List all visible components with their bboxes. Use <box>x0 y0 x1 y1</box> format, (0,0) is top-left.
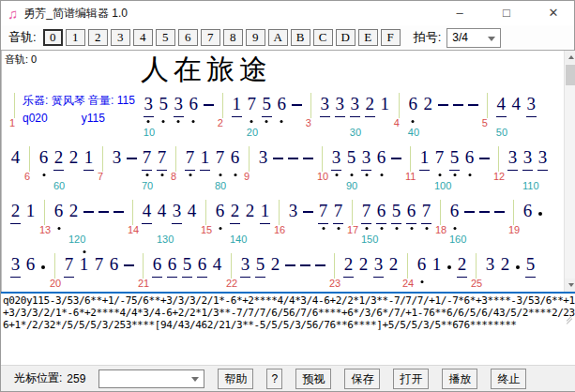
note[interactable]: 260 <box>53 144 65 195</box>
dash-note[interactable] <box>452 91 464 142</box>
barline[interactable]: 1 <box>9 91 20 142</box>
stop-button[interactable]: 终止 <box>491 369 526 389</box>
dash-note[interactable] <box>463 198 476 249</box>
encoding-textarea[interactable]: q020y115-3/53/6**+1/-75/6**+3/3/3/2/1*-6… <box>1 292 575 367</box>
dash-note[interactable] <box>478 198 491 249</box>
note[interactable]: 6 <box>229 144 241 195</box>
barline[interactable]: 20 <box>50 251 60 292</box>
note[interactable]: 4 <box>510 91 522 142</box>
note[interactable]: 7 <box>93 251 105 292</box>
barline[interactable]: 19 <box>508 198 519 249</box>
dash-note[interactable] <box>314 251 326 292</box>
track-button-0[interactable]: 0 <box>43 29 63 46</box>
note[interactable]: 3 <box>525 91 537 142</box>
note[interactable]: 1 <box>199 144 211 195</box>
note[interactable]: 4130 <box>156 198 168 249</box>
note[interactable]: 7 <box>317 198 329 249</box>
dash-note[interactable] <box>98 198 110 249</box>
dash-note[interactable] <box>272 144 284 195</box>
note[interactable]: 330 <box>349 91 361 142</box>
note[interactable]: 6 <box>214 198 226 249</box>
dash-note[interactable] <box>203 91 215 142</box>
note[interactable]: 5 <box>261 91 273 142</box>
note[interactable]: 2 <box>456 251 468 292</box>
scrollbar-thumb[interactable] <box>566 65 575 85</box>
track-button-A[interactable]: A <box>268 29 288 46</box>
note[interactable]: 2 <box>364 91 376 142</box>
scroll-down-icon[interactable] <box>565 279 575 292</box>
barline[interactable]: 25 <box>471 251 481 292</box>
note[interactable]: 5 <box>524 251 537 292</box>
barline[interactable]: 18 <box>435 198 446 249</box>
note[interactable]: 1 <box>231 91 243 142</box>
track-button-8[interactable]: 8 <box>223 29 243 46</box>
barline[interactable]: 2 <box>218 91 228 142</box>
note[interactable]: 2 <box>342 251 355 292</box>
barline[interactable]: 10 <box>317 144 327 195</box>
note[interactable]: 2 <box>68 144 80 195</box>
note[interactable]: 4 <box>211 251 223 292</box>
barline[interactable]: 12 <box>493 144 504 195</box>
note[interactable]: 7 <box>420 198 432 249</box>
help-button[interactable]: 帮助 <box>218 369 253 389</box>
track-button-6[interactable]: 6 <box>178 29 198 46</box>
note[interactable]: 5 <box>158 91 170 142</box>
note[interactable]: 2 <box>422 91 434 142</box>
note[interactable]: 7 <box>184 144 196 195</box>
dash-note[interactable] <box>123 251 135 292</box>
augmentation-dot[interactable] <box>514 251 522 292</box>
track-button-C[interactable]: C <box>313 29 333 46</box>
track-button-4[interactable]: 4 <box>133 29 153 46</box>
note[interactable]: 7100 <box>433 144 446 195</box>
note[interactable]: 3110 <box>522 144 534 195</box>
note[interactable]: 3 <box>257 144 269 195</box>
note[interactable]: 3 <box>334 91 346 142</box>
note[interactable]: 3 <box>372 251 385 292</box>
note[interactable]: 2 <box>387 251 400 292</box>
note[interactable]: 7150 <box>360 198 372 249</box>
note[interactable]: 4 <box>186 198 198 249</box>
track-button-B[interactable]: B <box>291 29 310 46</box>
track-button-D[interactable]: D <box>336 29 356 46</box>
track-button-5[interactable]: 5 <box>156 29 175 46</box>
note[interactable]: 6 <box>166 251 178 292</box>
scroll-up-icon[interactable] <box>565 51 575 64</box>
time-signature-select[interactable]: 3/4 <box>446 28 501 48</box>
open-button[interactable]: 打开 <box>393 369 429 389</box>
dash-note[interactable] <box>478 144 491 195</box>
note[interactable]: 6 <box>375 144 387 195</box>
dash-note[interactable] <box>83 198 95 249</box>
note[interactable]: 450 <box>495 91 507 142</box>
note[interactable]: 3 <box>484 251 496 292</box>
note[interactable]: 3 <box>111 144 123 195</box>
barline[interactable]: 21 <box>138 251 148 292</box>
note[interactable]: 5 <box>181 251 193 292</box>
note[interactable]: 2 <box>357 251 370 292</box>
augmentation-dot[interactable] <box>537 198 544 249</box>
note[interactable]: 6 <box>405 198 417 249</box>
note[interactable]: 6160 <box>448 198 461 249</box>
note[interactable]: 3 <box>9 251 22 292</box>
note[interactable]: 3 <box>330 144 342 195</box>
dash-note[interactable] <box>302 144 314 195</box>
note[interactable]: 2 <box>499 251 511 292</box>
dash-note[interactable] <box>284 251 296 292</box>
note[interactable]: 3 <box>537 144 549 195</box>
note[interactable]: 7 <box>63 251 75 292</box>
note[interactable]: 6 <box>416 251 428 292</box>
note[interactable]: 1 <box>431 251 443 292</box>
question-button[interactable]: ? <box>266 369 282 389</box>
note[interactable]: 6 <box>522 198 534 249</box>
barline[interactable]: 22 <box>226 251 236 292</box>
barline[interactable]: 16 <box>274 198 284 249</box>
vertical-scrollbar[interactable] <box>564 51 575 292</box>
note[interactable]: 2120 <box>68 198 80 249</box>
barline[interactable]: 4 <box>394 91 404 142</box>
note[interactable]: 1 <box>83 144 95 195</box>
note[interactable]: 1 <box>379 91 391 142</box>
augmentation-dot[interactable] <box>446 251 453 292</box>
note[interactable]: 5 <box>448 144 461 195</box>
maximize-button[interactable]: □ <box>499 1 514 25</box>
note[interactable]: 6 <box>38 144 50 195</box>
note[interactable]: 1 <box>24 198 37 249</box>
